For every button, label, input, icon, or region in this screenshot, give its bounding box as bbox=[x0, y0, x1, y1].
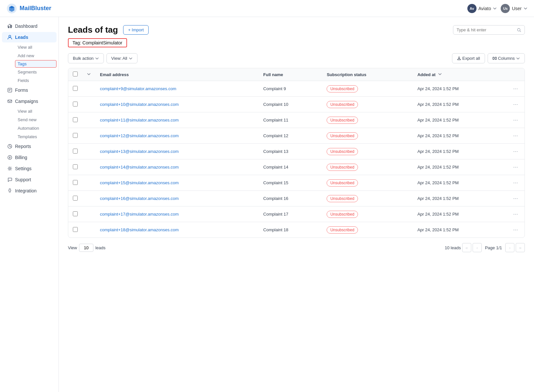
added-cell-6: Apr 24, 2024 1:52 PM bbox=[413, 175, 507, 191]
user-account[interactable]: Us User bbox=[501, 4, 527, 13]
row-more-button-3[interactable]: ··· bbox=[511, 132, 520, 140]
sidebar-item-support[interactable]: Support bbox=[2, 174, 57, 185]
row-checkbox-4[interactable] bbox=[73, 149, 78, 154]
main-content: Leads of tag + Import Tag: ComplaintSimu… bbox=[59, 17, 534, 392]
app-logo[interactable]: MailBluster bbox=[7, 3, 51, 14]
prev-page-button[interactable]: ‹ bbox=[473, 243, 482, 252]
sidebar-item-integration[interactable]: Integration bbox=[2, 186, 57, 196]
row-more-button-4[interactable]: ··· bbox=[511, 147, 520, 155]
status-cell-7: Unsubscribed bbox=[322, 191, 413, 206]
sidebar-item-campaigns-send-new[interactable]: Send new bbox=[15, 116, 57, 124]
status-cell-1: Unsubscribed bbox=[322, 97, 413, 112]
row-more-button-7[interactable]: ··· bbox=[511, 194, 520, 203]
row-checkbox-7[interactable] bbox=[73, 196, 78, 201]
status-cell-3: Unsubscribed bbox=[322, 128, 413, 144]
import-button[interactable]: + Import bbox=[123, 25, 149, 35]
sidebar-item-leads-view-all[interactable]: View all bbox=[15, 43, 57, 51]
row-checkbox-1[interactable] bbox=[73, 102, 78, 106]
row-more-button-0[interactable]: ··· bbox=[511, 85, 520, 93]
status-cell-5: Unsubscribed bbox=[322, 159, 413, 175]
table-row: complaint+11@simulator.amazonses.com Com… bbox=[68, 112, 525, 128]
col-added: Added at bbox=[413, 68, 507, 81]
last-page-button[interactable]: » bbox=[516, 243, 525, 252]
sidebar-item-settings[interactable]: Settings bbox=[2, 163, 57, 174]
table-row: complaint+18@simulator.amazonses.com Com… bbox=[68, 222, 525, 238]
aviato-label: Aviato bbox=[478, 6, 491, 11]
table-row: complaint+16@simulator.amazonses.com Com… bbox=[68, 191, 525, 206]
aviato-account[interactable]: Av Aviato bbox=[467, 4, 497, 13]
view-filter-button[interactable]: View: All bbox=[106, 53, 138, 63]
row-checkbox-0[interactable] bbox=[73, 86, 78, 91]
email-cell-1[interactable]: complaint+10@simulator.amazonses.com bbox=[100, 102, 179, 107]
row-checkbox-8[interactable] bbox=[73, 211, 78, 216]
per-page-input[interactable] bbox=[79, 244, 93, 252]
sidebar-item-forms[interactable]: Forms bbox=[2, 85, 57, 95]
row-checkbox-3[interactable] bbox=[73, 133, 78, 138]
email-cell-0[interactable]: complaint+9@simulator.amazonses.com bbox=[100, 86, 176, 91]
row-more-button-6[interactable]: ··· bbox=[511, 179, 520, 187]
row-more-button-1[interactable]: ··· bbox=[511, 100, 520, 108]
row-more-button-8[interactable]: ··· bbox=[511, 210, 520, 218]
pagination: View leads 10 leads « ‹ Page 1/1 › » bbox=[68, 243, 525, 252]
row-more-button-2[interactable]: ··· bbox=[511, 116, 520, 124]
page-title: Leads of tag bbox=[68, 25, 118, 35]
sidebar-item-leads-fields[interactable]: Fields bbox=[15, 76, 57, 85]
sidebar-settings-label: Settings bbox=[15, 166, 32, 171]
fullname-cell-0: Complaint 9 bbox=[259, 81, 322, 97]
table-row: complaint+12@simulator.amazonses.com Com… bbox=[68, 128, 525, 144]
page-header: Leads of tag + Import bbox=[68, 25, 525, 35]
chevron-down-icon-bulk bbox=[95, 57, 99, 60]
select-all-checkbox[interactable] bbox=[73, 72, 78, 76]
sidebar-item-dashboard[interactable]: Dashboard bbox=[2, 21, 57, 31]
sidebar-item-leads-add-new[interactable]: Add new bbox=[15, 52, 57, 60]
sidebar-item-leads[interactable]: Leads bbox=[2, 32, 57, 42]
fullname-cell-3: Complaint 12 bbox=[259, 128, 322, 144]
row-checkbox-2[interactable] bbox=[73, 117, 78, 122]
sidebar-item-leads-segments[interactable]: Segments bbox=[15, 68, 57, 76]
svg-rect-4 bbox=[8, 88, 12, 92]
tag-badge: Tag: ComplaintSimulator bbox=[68, 38, 127, 47]
sidebar-item-reports[interactable]: Reports bbox=[2, 141, 57, 152]
bulk-action-button[interactable]: Bulk action bbox=[68, 53, 104, 63]
chevron-down-icon-columns bbox=[516, 57, 520, 60]
sidebar-item-leads-tags[interactable]: Tags bbox=[15, 60, 57, 68]
row-checkbox-9[interactable] bbox=[73, 227, 78, 232]
row-more-button-5[interactable]: ··· bbox=[511, 163, 520, 171]
sidebar-item-campaigns[interactable]: Campaigns bbox=[2, 96, 57, 106]
email-cell-2[interactable]: complaint+11@simulator.amazonses.com bbox=[100, 118, 179, 122]
columns-button[interactable]: Columns bbox=[488, 53, 525, 63]
first-page-button[interactable]: « bbox=[462, 243, 471, 252]
email-cell-8[interactable]: complaint+17@simulator.amazonses.com bbox=[100, 212, 179, 217]
sidebar-item-campaigns-automation[interactable]: Automation bbox=[15, 124, 57, 132]
sort-added-icon bbox=[438, 72, 442, 76]
fullname-cell-5: Complaint 14 bbox=[259, 159, 322, 175]
sidebar-billing-label: Billing bbox=[15, 155, 27, 160]
export-all-button[interactable]: Export all bbox=[452, 53, 485, 63]
search-input[interactable] bbox=[457, 27, 515, 32]
email-cell-9[interactable]: complaint+18@simulator.amazonses.com bbox=[100, 227, 179, 232]
search-box bbox=[453, 25, 525, 35]
export-icon bbox=[457, 56, 461, 60]
row-checkbox-5[interactable] bbox=[73, 164, 78, 169]
table-row: complaint+10@simulator.amazonses.com Com… bbox=[68, 97, 525, 112]
page-info: Page 1/1 bbox=[485, 245, 502, 250]
next-page-button[interactable]: › bbox=[505, 243, 514, 252]
email-cell-5[interactable]: complaint+14@simulator.amazonses.com bbox=[100, 165, 179, 170]
layout: Dashboard Leads View all Add new Tags Se… bbox=[0, 17, 534, 392]
table-row: complaint+13@simulator.amazonses.com Com… bbox=[68, 144, 525, 159]
leads-table: Email address Full name Subscription sta… bbox=[68, 68, 525, 238]
email-icon bbox=[7, 99, 12, 104]
email-cell-3[interactable]: complaint+12@simulator.amazonses.com bbox=[100, 133, 179, 138]
sidebar-item-campaigns-templates[interactable]: Templates bbox=[15, 133, 57, 141]
sidebar-item-campaigns-view-all[interactable]: View all bbox=[15, 107, 57, 115]
row-more-button-9[interactable]: ··· bbox=[511, 226, 520, 234]
chart-icon bbox=[7, 144, 12, 149]
email-cell-7[interactable]: complaint+16@simulator.amazonses.com bbox=[100, 196, 179, 201]
svg-rect-1 bbox=[8, 26, 9, 28]
email-cell-6[interactable]: complaint+15@simulator.amazonses.com bbox=[100, 180, 179, 185]
aviato-avatar: Av bbox=[467, 4, 477, 13]
email-cell-4[interactable]: complaint+13@simulator.amazonses.com bbox=[100, 149, 179, 154]
sidebar-item-billing[interactable]: Billing bbox=[2, 152, 57, 163]
row-checkbox-6[interactable] bbox=[73, 180, 78, 185]
added-cell-4: Apr 24, 2024 1:52 PM bbox=[413, 144, 507, 159]
